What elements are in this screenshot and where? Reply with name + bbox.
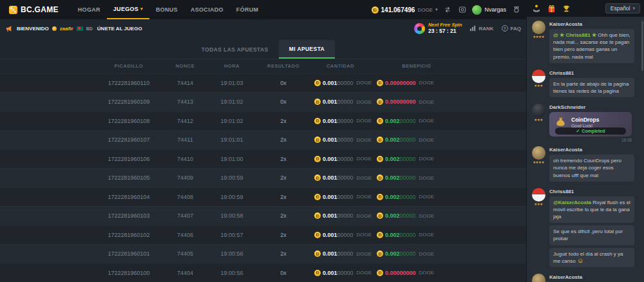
language-selector[interactable]: Español ▾	[605, 3, 640, 14]
bet-hash[interactable]: 1722281960109	[93, 99, 164, 105]
doge-coin-icon: Ð	[314, 80, 321, 86]
bet-hash[interactable]: 1722281960107	[93, 136, 164, 143]
doge-coin-icon: Ð	[314, 136, 321, 143]
mention[interactable]: @ ★ Chriss881 ★	[553, 32, 596, 38]
amount-value: 0.00100000	[323, 250, 354, 257]
chat-username[interactable]: KaiserAcosta	[549, 274, 639, 280]
doge-coin-icon: Ð	[377, 118, 383, 124]
check-icon: ✓	[576, 129, 580, 134]
chat-username[interactable]: KaiserAcosta	[549, 147, 639, 153]
bet-amount: Ð0.00100000DOGE	[309, 270, 372, 276]
bet-nonce: 74407	[164, 212, 206, 219]
bet-hash[interactable]: 1722281960110	[93, 80, 164, 86]
chat-username[interactable]: DarkSchneider	[549, 104, 639, 110]
avatar-column: ★★★★	[531, 146, 546, 184]
vault-icon[interactable]	[457, 5, 467, 15]
currency-label: DOGE	[357, 137, 372, 143]
nav-item-bonus[interactable]: BONUS	[149, 0, 184, 19]
mention[interactable]: @KaiserAcosta	[553, 200, 591, 205]
amount-value: 0.00100000	[323, 174, 354, 181]
avatar[interactable]	[532, 21, 545, 34]
table-row: 17222819601107441419:01:030xÐ0.00100000D…	[0, 73, 526, 93]
swap-icon[interactable]	[442, 5, 452, 15]
money-bag-icon	[554, 116, 567, 129]
chat-username[interactable]: Chriss881	[549, 189, 639, 194]
chat-bubble: Se que es difícil ,pero total por probar	[549, 225, 634, 245]
bet-profit: Ð0.00000000DOGE	[372, 270, 462, 276]
coin-rain-icon[interactable]	[532, 4, 541, 13]
avatar-column: ★★★	[531, 70, 546, 100]
nav-item-asociado[interactable]: ASOCIADO	[184, 0, 230, 19]
tab-todas-las-apuestas[interactable]: TODAS LAS APUESTAS	[191, 40, 279, 59]
country-code: BD	[86, 26, 93, 31]
bcgame-logo[interactable]: BC.GAME	[9, 5, 59, 14]
avatar[interactable]	[532, 188, 545, 202]
trophy-icon[interactable]	[562, 4, 571, 13]
bet-nonce: 74404	[164, 270, 206, 276]
dice-logo-icon	[9, 6, 17, 14]
avatar[interactable]	[532, 146, 545, 160]
avatar-column: ★★★	[531, 188, 546, 270]
message-content: Chriss881@KaiserAcosta Royal flush es el…	[549, 188, 639, 270]
nav-item-label: JUEGOS	[113, 6, 138, 12]
user-stars: ★★★★	[533, 35, 544, 39]
amount-value: 0.00000000	[385, 99, 416, 105]
avatar[interactable]	[532, 104, 545, 117]
chat-username[interactable]: KaiserAcosta	[549, 21, 639, 27]
bet-hash[interactable]: 1722281960106	[93, 156, 164, 162]
bet-hash[interactable]: 1722281960108	[93, 118, 164, 124]
gift-icon[interactable]	[547, 4, 556, 13]
table-row: 17222819601017440519:00:562xÐ0.00100000D…	[0, 244, 526, 263]
nav-item-fórum[interactable]: FÓRUM	[230, 0, 265, 19]
amount-value: 0.00200000	[385, 232, 416, 238]
nav-menu: HOGARJUEGOS▾BONUSASOCIADOFÓRUM	[71, 0, 265, 19]
bet-hash[interactable]: 1722281960100	[93, 270, 164, 276]
doge-coin-icon: Ð	[377, 270, 383, 276]
free-spin-timer: 23 : 57 : 21	[428, 28, 462, 34]
bet-time: 19:00:59	[206, 174, 258, 181]
amount-value: 0.00100000	[323, 232, 354, 238]
nav-item-label: HOGAR	[78, 6, 100, 13]
bet-result: 0x	[258, 80, 309, 86]
medal-icon[interactable]	[511, 5, 521, 15]
bet-hash[interactable]: 1722281960102	[93, 232, 164, 238]
bet-time: 19:01:00	[206, 156, 258, 162]
faq-button[interactable]: ? FAQ	[502, 25, 521, 32]
coindrops-title: CoinDrops	[571, 117, 599, 123]
chat-bubble: Jugué todo el día al crash y ya me canso…	[549, 248, 634, 267]
amount-value: 0.00000000	[385, 80, 416, 86]
table-row: 17222819601067441019:01:002xÐ0.00100000D…	[0, 149, 526, 169]
bangladesh-flag-icon	[77, 26, 83, 31]
user-menu[interactable]: Nvargas	[472, 5, 506, 15]
bet-hash[interactable]: 1722281960101	[93, 250, 164, 257]
coindrops-card[interactable]: CoinDropsGood Luck!✓ Completed	[549, 112, 632, 136]
amount-value: 0.00200000	[385, 212, 416, 219]
chat-username[interactable]: Chriss881	[549, 70, 639, 76]
chat-scrollbar[interactable]	[641, 21, 643, 71]
message-content: KaiserAcosta@ ★ Chriss881 ★ Jajaja pues …	[549, 274, 639, 282]
doge-coin-icon: Ð	[377, 136, 383, 143]
bet-result: 0x	[258, 99, 309, 105]
bet-time: 19:00:56	[206, 270, 258, 276]
avatar[interactable]	[532, 70, 545, 83]
currency-label: DOGE	[419, 175, 435, 181]
avatar[interactable]	[532, 274, 545, 282]
welcome-ticker[interactable]: BIENVENIDO zaafir BD ÚNETE AL JUEGO	[5, 24, 142, 33]
amount-value: 0.00100000	[323, 99, 354, 105]
bet-hash[interactable]: 1722281960105	[93, 174, 164, 181]
tab-mi-apuesta[interactable]: MI APUESTA	[279, 40, 335, 59]
nav-item-juegos[interactable]: JUEGOS▾	[107, 0, 149, 19]
user-stars: ★★★	[534, 118, 542, 122]
table-row: 17222819601087441219:01:022xÐ0.00100000D…	[0, 111, 526, 131]
doge-coin-icon: Ð	[377, 194, 383, 200]
bet-hash[interactable]: 1722281960104	[93, 194, 164, 200]
nav-item-hogar[interactable]: HOGAR	[71, 0, 107, 19]
welcome-label: BIENVENIDO	[17, 26, 49, 32]
chat-bubble: @ ★ Chriss881 ★ Ohh que bien, nada mal..…	[549, 29, 634, 63]
top-navbar: BC.GAME HOGARJUEGOS▾BONUSASOCIADOFÓRUM Ð…	[0, 0, 526, 19]
rank-icon	[469, 25, 476, 32]
rank-button[interactable]: RANK	[469, 25, 493, 32]
free-spin-widget[interactable]: Next Free Spin 23 : 57 : 21	[414, 22, 462, 34]
balance-selector[interactable]: Ð 141.067496 DOGE ▾	[372, 6, 438, 14]
bet-hash[interactable]: 1722281960103	[93, 212, 164, 219]
